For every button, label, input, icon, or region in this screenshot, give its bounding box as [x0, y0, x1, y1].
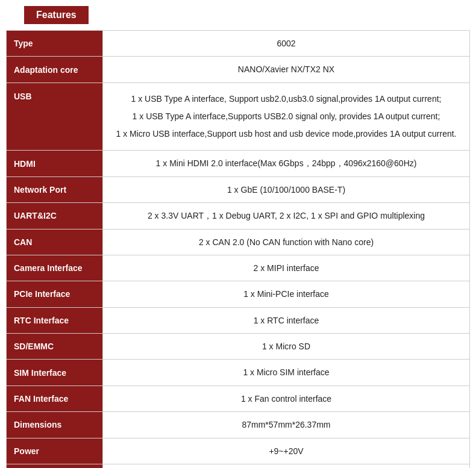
row-value: 2 x MIPI interface — [103, 255, 470, 281]
table-row: UART&I2C2 x 3.3V UART，1 x Debug UART, 2 … — [7, 203, 470, 229]
table-row: USB1 x USB Type A interface, Support usb… — [7, 83, 470, 151]
row-label: SIM Interface — [7, 360, 103, 385]
features-header-wrapper: Features — [6, 6, 470, 30]
row-label: UART&I2C — [7, 203, 103, 229]
table-row: FAN Interface1 x Fan control interface — [7, 385, 470, 411]
table-row: Dimensions87mm*57mm*26.37mm — [7, 412, 470, 438]
table-row: Type6002 — [7, 31, 470, 57]
row-label: Type — [7, 31, 103, 57]
table-row: HDMI1 x Mini HDMI 2.0 interface(Max 6Gbp… — [7, 151, 470, 176]
row-value: 1 x RTC interface — [103, 307, 470, 333]
table-row: PCIe Interface1 x Mini-PCIe interface — [7, 281, 470, 307]
table-row: RTC Interface1 x RTC interface — [7, 307, 470, 333]
row-value: 2 x CAN 2.0 (No CAN function with Nano c… — [103, 229, 470, 255]
row-value: 2 x 3.3V UART，1 x Debug UART, 2 x I2C, 1… — [103, 203, 470, 229]
row-label: SD/EMMC — [7, 334, 103, 360]
spec-table: Type6002Adaptation coreNANO/Xavier NX/TX… — [6, 30, 470, 468]
row-label: FAN Interface — [7, 385, 103, 411]
table-row: Camera Interface2 x MIPI interface — [7, 255, 470, 281]
row-value: 1 x Fan control interface — [103, 385, 470, 411]
row-value: 87mm*57mm*26.37mm — [103, 412, 470, 438]
row-label: HDMI — [7, 151, 103, 176]
table-row: Network Port1 x GbE (10/100/1000 BASE-T) — [7, 176, 470, 202]
row-value: 1 x USB Type A interface, Support usb2.0… — [103, 83, 470, 151]
row-value: -40~+80°C — [103, 464, 470, 468]
row-value: 1 x Mini HDMI 2.0 interface(Max 6Gbps，24… — [103, 151, 470, 176]
row-value: 1 x GbE (10/100/1000 BASE-T) — [103, 176, 470, 202]
table-row: Adaptation coreNANO/Xavier NX/TX2 NX — [7, 57, 470, 83]
row-label: Temperature — [7, 464, 103, 468]
row-label: Camera Interface — [7, 255, 103, 281]
table-row: Power+9~+20V — [7, 438, 470, 464]
table-row: SIM Interface1 x Micro SIM interface — [7, 360, 470, 385]
features-title: Features — [24, 6, 89, 24]
row-value: 1 x Mini-PCIe interface — [103, 281, 470, 307]
row-value: NANO/Xavier NX/TX2 NX — [103, 57, 470, 83]
row-label: Network Port — [7, 176, 103, 202]
row-value: 1 x Micro SD — [103, 334, 470, 360]
row-value: 6002 — [103, 31, 470, 57]
row-label: Power — [7, 438, 103, 464]
row-label: PCIe Interface — [7, 281, 103, 307]
row-label: USB — [7, 83, 103, 151]
row-label: Adaptation core — [7, 57, 103, 83]
row-label: RTC Interface — [7, 307, 103, 333]
row-value: 1 x Micro SIM interface — [103, 360, 470, 385]
table-row: Temperature-40~+80°C — [7, 464, 470, 468]
row-label: CAN — [7, 229, 103, 255]
row-value: +9~+20V — [103, 438, 470, 464]
table-row: SD/EMMC1 x Micro SD — [7, 334, 470, 360]
row-label: Dimensions — [7, 412, 103, 438]
table-row: CAN2 x CAN 2.0 (No CAN function with Nan… — [7, 229, 470, 255]
